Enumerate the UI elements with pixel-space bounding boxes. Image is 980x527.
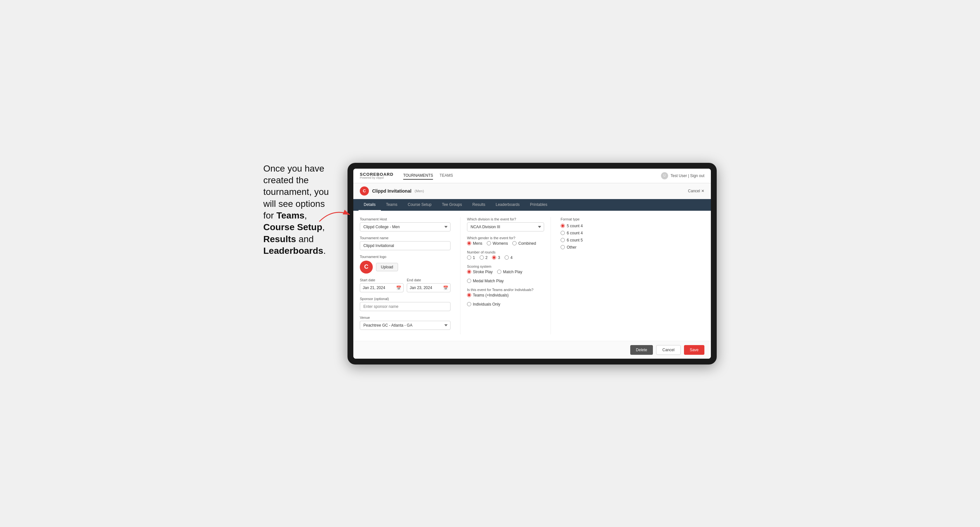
scoring-medal-match[interactable]: Medal Match Play	[467, 279, 504, 283]
tab-results[interactable]: Results	[467, 199, 490, 211]
format-5count4-label: 5 count 4	[567, 224, 582, 228]
format-6count4-radio[interactable]	[561, 231, 565, 235]
scoring-stroke[interactable]: Stroke Play	[467, 270, 493, 274]
format-5count4-radio[interactable]	[561, 224, 565, 228]
rounds-4-label: 4	[511, 256, 513, 260]
date-row: Start date 📅 End date 📅	[360, 278, 450, 292]
rounds-4[interactable]: 4	[504, 256, 513, 260]
rounds-3-radio[interactable]	[492, 256, 496, 260]
rounds-1-label: 1	[473, 256, 475, 260]
format-label: Format type	[561, 217, 638, 221]
rounds-group: Number of rounds 1 2	[467, 250, 544, 260]
teams-plus-radio[interactable]	[467, 293, 471, 297]
tab-course-setup[interactable]: Course Setup	[402, 199, 437, 211]
tournament-name: Clippd Invitational	[372, 188, 411, 194]
tab-tee-groups[interactable]: Tee Groups	[437, 199, 467, 211]
format-other[interactable]: Other	[561, 245, 638, 249]
host-group: Tournament Host Clippd College - Men	[360, 217, 450, 232]
gender-combined[interactable]: Combined	[512, 241, 536, 246]
division-select[interactable]: NCAA Division III	[467, 222, 544, 232]
delete-button[interactable]: Delete	[630, 345, 653, 355]
start-date-wrap: 📅	[360, 283, 404, 292]
individuals-only-label: Individuals Only	[473, 302, 500, 306]
gender-mens-label: Mens	[473, 241, 482, 246]
individuals-only[interactable]: Individuals Only	[467, 302, 500, 306]
tab-printables[interactable]: Printables	[525, 199, 552, 211]
instruction-text: Once you have created the tournament, yo…	[263, 163, 334, 257]
scoring-stroke-radio[interactable]	[467, 270, 471, 274]
format-6count4[interactable]: 6 count 4	[561, 231, 638, 235]
scoring-label: Scoring system	[467, 265, 544, 268]
calendar-icon-end: 📅	[443, 285, 448, 290]
tournament-icon: C	[360, 186, 369, 195]
rounds-2[interactable]: 2	[480, 256, 488, 260]
gender-mens-radio[interactable]	[467, 241, 471, 245]
venue-label: Venue	[360, 316, 450, 319]
sponsor-label: Sponsor (optional)	[360, 297, 450, 301]
gender-radio-group: Mens Womens Combined	[467, 241, 544, 246]
logo-label: Tournament logo	[360, 255, 450, 259]
format-6count5-radio[interactable]	[561, 238, 565, 242]
scoring-match-radio[interactable]	[497, 270, 501, 274]
upload-button[interactable]: Upload	[376, 263, 398, 271]
format-5count4[interactable]: 5 count 4	[561, 224, 638, 228]
individuals-only-radio[interactable]	[467, 302, 471, 306]
rounds-4-radio[interactable]	[504, 256, 509, 260]
end-date-wrap: 📅	[407, 283, 450, 292]
tab-details[interactable]: Details	[358, 199, 381, 211]
user-label[interactable]: Test User | Sign out	[671, 173, 705, 178]
format-6count4-label: 6 count 4	[567, 231, 582, 235]
cancel-top-button[interactable]: Cancel ✕	[688, 189, 705, 193]
logo-section: C Upload	[360, 260, 450, 273]
left-column: Tournament Host Clippd College - Men Tou…	[360, 217, 450, 334]
gender-mens[interactable]: Mens	[467, 241, 482, 246]
format-other-radio[interactable]	[561, 245, 565, 249]
nav-teams[interactable]: TEAMS	[439, 172, 453, 179]
gender-womens-label: Womens	[493, 241, 508, 246]
tournament-header: C Clippd Invitational (Men) Cancel ✕	[353, 183, 711, 199]
logo-circle: C	[360, 260, 373, 273]
host-select[interactable]: Clippd College - Men	[360, 222, 450, 232]
cancel-button[interactable]: Cancel	[656, 345, 681, 355]
division-label: Which division is the event for?	[467, 217, 544, 221]
format-other-label: Other	[567, 245, 576, 249]
teams-plus-label: Teams (+Individuals)	[473, 293, 509, 297]
tab-leaderboards[interactable]: Leaderboards	[490, 199, 525, 211]
scoring-medal-match-label: Medal Match Play	[473, 279, 504, 283]
rounds-3-label: 3	[498, 256, 500, 260]
format-6count5[interactable]: 6 count 5	[561, 238, 638, 243]
venue-select[interactable]: Peachtree GC - Atlanta - GA	[360, 321, 450, 330]
gender-group: Which gender is the event for? Mens Wome…	[467, 236, 544, 246]
nav-tournaments[interactable]: TOURNAMENTS	[403, 172, 433, 179]
middle-column: Which division is the event for? NCAA Di…	[460, 217, 551, 334]
tablet-screen: SCOREBOARD Powered by clippd TOURNAMENTS…	[353, 169, 711, 359]
avatar: U	[661, 172, 668, 179]
division-group: Which division is the event for? NCAA Di…	[467, 217, 544, 232]
gender-womens-radio[interactable]	[487, 241, 491, 245]
gender-combined-radio[interactable]	[512, 241, 517, 245]
logo-group: Tournament logo C Upload	[360, 255, 450, 273]
name-group: Tournament name	[360, 236, 450, 250]
rounds-1[interactable]: 1	[467, 256, 475, 260]
scoring-radio-group: Stroke Play Match Play Medal Match Play	[467, 270, 544, 283]
save-button[interactable]: Save	[684, 345, 705, 355]
scoring-stroke-label: Stroke Play	[473, 270, 493, 274]
rounds-3[interactable]: 3	[492, 256, 500, 260]
name-input[interactable]	[360, 241, 450, 250]
scoring-match[interactable]: Match Play	[497, 270, 522, 274]
scoring-group: Scoring system Stroke Play Match Play	[467, 265, 544, 283]
rounds-2-radio[interactable]	[480, 256, 484, 260]
tournament-tag: (Men)	[415, 189, 424, 193]
logo-title: SCOREBOARD	[360, 172, 393, 176]
scoring-medal-match-radio[interactable]	[467, 279, 471, 283]
sponsor-input[interactable]	[360, 302, 450, 311]
start-date-label: Start date	[360, 278, 404, 282]
tablet-device: SCOREBOARD Powered by clippd TOURNAMENTS…	[347, 163, 717, 365]
gender-womens[interactable]: Womens	[487, 241, 508, 246]
teams-plus-individuals[interactable]: Teams (+Individuals)	[467, 293, 509, 297]
format-group: Format type 5 count 4 6 count 4 6 count …	[561, 217, 638, 249]
host-label: Tournament Host	[360, 217, 450, 221]
start-date-group: Start date 📅	[360, 278, 404, 292]
rounds-1-radio[interactable]	[467, 256, 471, 260]
tab-teams[interactable]: Teams	[381, 199, 402, 211]
